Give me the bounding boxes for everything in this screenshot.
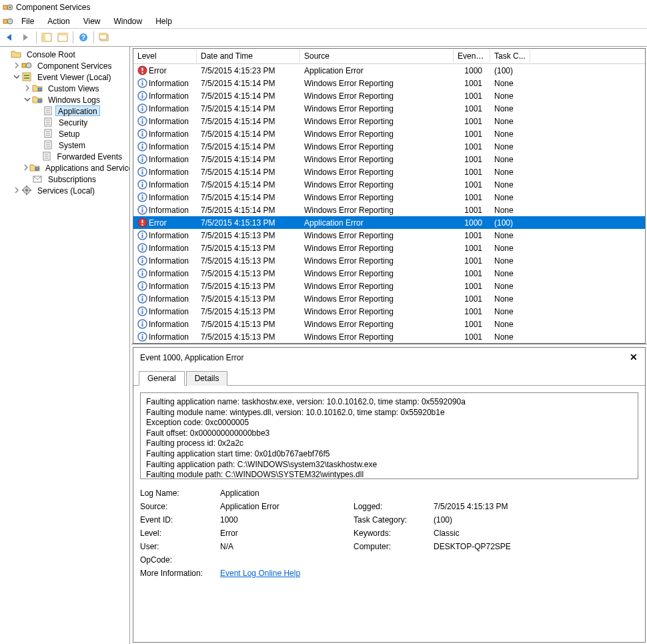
cell-eventid: 1001: [454, 192, 490, 203]
folder-views-icon: [32, 83, 43, 93]
log-icon: [41, 151, 52, 162]
column-source[interactable]: Source: [300, 49, 454, 63]
event-row[interactable]: Information7/5/2015 4:15:14 PMWindows Er…: [133, 178, 645, 191]
tree-item-services-local-[interactable]: Services (Local): [0, 184, 129, 196]
event-list[interactable]: Level Date and Time Source Event ID Task…: [133, 49, 645, 343]
svg-rect-77: [142, 197, 143, 200]
event-row[interactable]: Information7/5/2015 4:15:14 PMWindows Er…: [133, 102, 645, 115]
tree-item-windows-logs[interactable]: Windows Logs: [0, 93, 129, 105]
event-row[interactable]: Information7/5/2015 4:15:13 PMWindows Er…: [133, 242, 645, 254]
chevron-right-icon[interactable]: [23, 163, 29, 172]
chevron-right-icon[interactable]: [12, 61, 21, 70]
tree-item-forwarded-events[interactable]: Forwarded Events: [0, 150, 129, 162]
event-row[interactable]: Information7/5/2015 4:15:13 PMWindows Er…: [133, 305, 645, 318]
tree-item-custom-views[interactable]: Custom Views: [0, 82, 129, 93]
info-icon: [137, 167, 147, 177]
cell-source: Windows Error Reporting: [300, 319, 454, 330]
tab-details[interactable]: Details: [186, 371, 228, 386]
svg-rect-61: [142, 131, 143, 133]
menu-file[interactable]: File: [15, 15, 41, 27]
column-task[interactable]: Task C...: [490, 49, 530, 63]
event-row[interactable]: Information7/5/2015 4:15:13 PMWindows Er…: [133, 254, 645, 267]
val-keywords: Classic: [434, 529, 567, 538]
event-row[interactable]: Information7/5/2015 4:15:14 PMWindows Er…: [133, 127, 645, 140]
event-row[interactable]: Information7/5/2015 4:15:13 PMWindows Er…: [133, 229, 645, 242]
cell-eventid: 1001: [454, 243, 490, 254]
event-row[interactable]: Error7/5/2015 4:15:23 PMApplication Erro…: [133, 64, 645, 77]
tree-label: Services (Local): [34, 185, 98, 196]
event-row[interactable]: Information7/5/2015 4:15:14 PMWindows Er…: [133, 89, 645, 102]
show-hide-tree-button[interactable]: [39, 30, 54, 45]
cell-task: None: [490, 294, 530, 304]
tree-item-setup[interactable]: Setup: [0, 127, 129, 139]
tree-root[interactable]: Console Root: [0, 48, 129, 59]
tree-label: Event Viewer (Local): [34, 71, 115, 82]
tree-item-applications-and-services-logs[interactable]: Applications and Services Logs: [0, 162, 129, 173]
event-row[interactable]: Information7/5/2015 4:15:13 PMWindows Er…: [133, 292, 645, 305]
tree-label: Setup: [55, 128, 83, 139]
menu-action[interactable]: Action: [41, 15, 76, 27]
online-help-link[interactable]: Event Log Online Help: [220, 569, 300, 578]
svg-rect-76: [142, 195, 143, 196]
event-row[interactable]: Information7/5/2015 4:15:14 PMWindows Er…: [133, 191, 645, 204]
expand-placeholder: [33, 129, 43, 138]
chevron-down-icon[interactable]: [12, 72, 21, 81]
cell-level: Information: [133, 103, 197, 114]
info-icon: [137, 116, 147, 126]
event-row[interactable]: Information7/5/2015 4:15:14 PMWindows Er…: [133, 153, 645, 166]
tree-item-application[interactable]: Application: [0, 105, 129, 116]
cell-eventid: 1001: [454, 141, 490, 152]
event-row[interactable]: Information7/5/2015 4:15:14 PMWindows Er…: [133, 204, 645, 216]
event-row[interactable]: Information7/5/2015 4:15:14 PMWindows Er…: [133, 166, 645, 178]
chevron-down-icon[interactable]: [23, 95, 32, 104]
tree-item-system[interactable]: System: [0, 139, 129, 150]
event-row[interactable]: Information7/5/2015 4:15:14 PMWindows Er…: [133, 77, 645, 89]
column-level[interactable]: Level: [133, 49, 197, 63]
lbl-level: Level:: [140, 529, 220, 538]
forward-button[interactable]: [19, 30, 33, 45]
event-row[interactable]: Information7/5/2015 4:15:13 PMWindows Er…: [133, 318, 645, 330]
cell-task: None: [490, 116, 530, 127]
cell-eventid: 1001: [454, 306, 490, 317]
info-icon: [137, 205, 147, 215]
menu-view[interactable]: View: [77, 15, 107, 27]
cell-eventid: 1001: [454, 294, 490, 304]
expand-icon[interactable]: [1, 49, 11, 59]
tree-item-event-viewer-local-[interactable]: Event Viewer (Local): [0, 71, 129, 82]
close-icon[interactable]: ✕: [628, 352, 640, 364]
info-icon: [137, 319, 147, 329]
column-date[interactable]: Date and Time: [197, 49, 300, 63]
cell-level: Information: [133, 115, 197, 127]
svg-rect-95: [142, 273, 143, 276]
cell-eventid: 1001: [454, 180, 490, 190]
cell-level: Information: [133, 128, 197, 139]
cell-level: Information: [133, 77, 197, 89]
tree-item-subscriptions[interactable]: Subscriptions: [0, 173, 129, 184]
event-row[interactable]: Information7/5/2015 4:15:13 PMWindows Er…: [133, 267, 645, 280]
tree-item-security[interactable]: Security: [0, 116, 129, 127]
properties-button[interactable]: [55, 30, 70, 45]
cell-task: None: [490, 306, 530, 317]
new-window-button[interactable]: [97, 30, 111, 45]
cell-level: Information: [133, 255, 197, 266]
event-row[interactable]: Information7/5/2015 4:15:13 PMWindows Er…: [133, 330, 645, 343]
event-row[interactable]: Information7/5/2015 4:15:14 PMWindows Er…: [133, 140, 645, 153]
folder-logs-icon: [32, 94, 43, 105]
chevron-right-icon[interactable]: [23, 83, 32, 93]
tab-general[interactable]: General: [139, 371, 185, 386]
cell-date: 7/5/2015 4:15:23 PM: [197, 65, 300, 76]
column-eventid[interactable]: Event ID: [454, 49, 490, 63]
event-row[interactable]: Information7/5/2015 4:15:14 PMWindows Er…: [133, 115, 645, 127]
event-description[interactable]: Faulting application name: taskhostw.exe…: [140, 392, 638, 479]
back-button[interactable]: [3, 30, 17, 45]
menu-window[interactable]: Window: [107, 15, 149, 27]
tree-item-component-services[interactable]: Component Services: [0, 59, 129, 71]
event-row[interactable]: Information7/5/2015 4:15:13 PMWindows Er…: [133, 280, 645, 292]
svg-rect-70: [142, 170, 143, 171]
tree-pane[interactable]: Console Root Component ServicesEvent Vie…: [0, 47, 130, 644]
val-logname: Application: [220, 489, 567, 498]
help-button[interactable]: ?: [76, 30, 91, 45]
chevron-right-icon[interactable]: [12, 186, 21, 195]
event-row[interactable]: Error7/5/2015 4:15:13 PMApplication Erro…: [133, 216, 645, 229]
menu-help[interactable]: Help: [149, 15, 179, 27]
